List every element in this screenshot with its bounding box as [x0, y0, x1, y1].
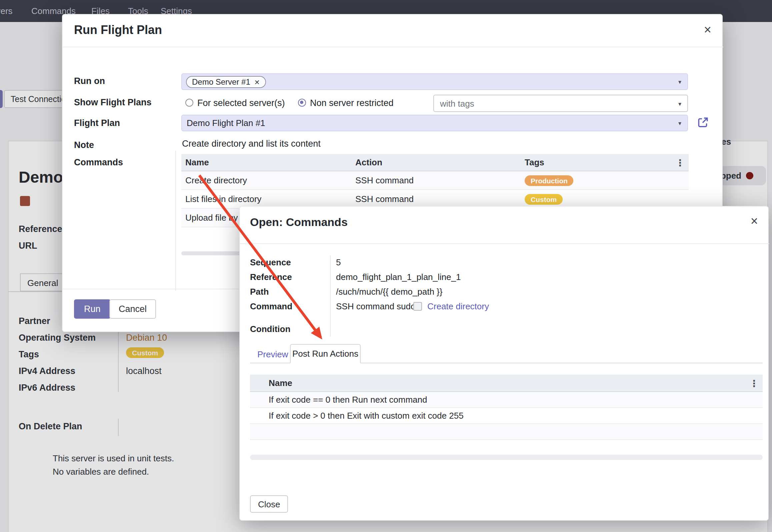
custom-badge: Custom [525, 194, 563, 204]
table-row[interactable]: Create directory SSH command Production [181, 171, 689, 190]
cancel-button[interactable]: Cancel [109, 299, 156, 319]
server-chip-label: Demo Server #1 [192, 77, 250, 87]
run-on-input[interactable]: Demo Server #1 ✕ ▾ [181, 73, 688, 90]
note-label: Note [74, 140, 94, 150]
production-badge: Production [525, 175, 574, 186]
command-value: SSH command sudo [336, 301, 415, 311]
open-commands-modal: Open: Commands × Sequence 5 Reference de… [239, 206, 769, 521]
kebab-menu-icon[interactable]: ⋮ [675, 157, 685, 168]
table-header: Name Action Tags ⋮ [181, 154, 689, 171]
reference-value: demo_flight_plan_1_plan_line_1 [336, 272, 461, 282]
field-separator [330, 255, 331, 337]
close-button[interactable]: Close [250, 495, 288, 513]
path-value: /such/much/{{ demo_path }} [336, 287, 442, 297]
row-name: If exit code == 0 then Run next command [250, 395, 763, 405]
header-divider [240, 243, 769, 244]
radio-non-server-restricted-label: Non server restricted [310, 98, 394, 108]
row-action: SSH command [351, 194, 521, 204]
note-value: Create directory and list its content [182, 139, 321, 149]
external-link-icon[interactable] [697, 117, 709, 128]
row-name: Create directory [181, 175, 351, 185]
command-label: Command [250, 301, 292, 311]
run-on-label: Run on [74, 76, 105, 86]
table-row[interactable]: If exit code > 0 then Exit with custom e… [250, 408, 763, 424]
header-tags[interactable]: Tags [521, 157, 689, 167]
commands-label: Commands [74, 157, 123, 167]
path-label: Path [250, 287, 269, 297]
table-header: Name ⋮ [250, 375, 763, 392]
header-name[interactable]: Name [181, 157, 351, 167]
condition-label: Condition [250, 324, 290, 334]
flight-plan-value: Demo Flight Plan #1 [187, 118, 265, 128]
form-separator [175, 151, 176, 291]
table-row[interactable]: If exit code == 0 then Run next command [250, 392, 763, 408]
row-name: List files in directory [181, 194, 351, 204]
run-button[interactable]: Run [74, 299, 111, 319]
command-checkbox[interactable] [413, 302, 422, 311]
radio-for-selected-servers[interactable] [185, 99, 193, 107]
screen: Servers Commands Files Tools Settings Te… [0, 0, 772, 532]
close-icon[interactable]: × [751, 215, 758, 227]
flight-plan-select[interactable]: Demo Flight Plan #1 ▾ [181, 115, 688, 131]
with-tags-select[interactable]: with tags ▾ [433, 95, 688, 112]
tab-preview[interactable]: Preview [257, 349, 288, 359]
chevron-down-icon[interactable]: ▾ [678, 101, 681, 107]
table-row-empty[interactable] [250, 424, 763, 440]
chip-remove-icon[interactable]: ✕ [254, 78, 260, 86]
row-action: SSH command [351, 175, 521, 185]
with-tags-placeholder: with tags [440, 99, 474, 109]
tab-post-run-actions[interactable]: Post Run Actions [290, 344, 361, 363]
header-name[interactable]: Name [250, 378, 763, 388]
header-action[interactable]: Action [351, 157, 521, 167]
header-divider [63, 47, 723, 47]
create-directory-link[interactable]: Create directory [427, 301, 489, 311]
radio-non-server-restricted[interactable] [298, 99, 306, 107]
modal-title: Open: Commands [250, 216, 348, 229]
flight-plan-label: Flight Plan [74, 118, 120, 128]
kebab-menu-icon[interactable]: ⋮ [749, 378, 759, 388]
show-flight-plans-label: Show Flight Plans [74, 97, 152, 107]
server-chip[interactable]: Demo Server #1 ✕ [186, 76, 266, 88]
row-name: If exit code > 0 then Exit with custom e… [250, 411, 763, 421]
sequence-label: Sequence [250, 257, 291, 267]
chevron-down-icon[interactable]: ▾ [678, 121, 681, 127]
chevron-down-icon[interactable]: ▾ [678, 79, 681, 85]
close-icon[interactable]: × [704, 23, 711, 36]
radio-for-selected-servers-label: For selected server(s) [197, 98, 285, 108]
reference-label: Reference [250, 272, 292, 282]
horizontal-scrollbar[interactable] [250, 455, 763, 460]
sequence-value: 5 [336, 257, 341, 267]
post-run-actions-table: Name ⋮ If exit code == 0 then Run next c… [250, 375, 763, 440]
modal-title: Run Flight Plan [74, 23, 162, 37]
